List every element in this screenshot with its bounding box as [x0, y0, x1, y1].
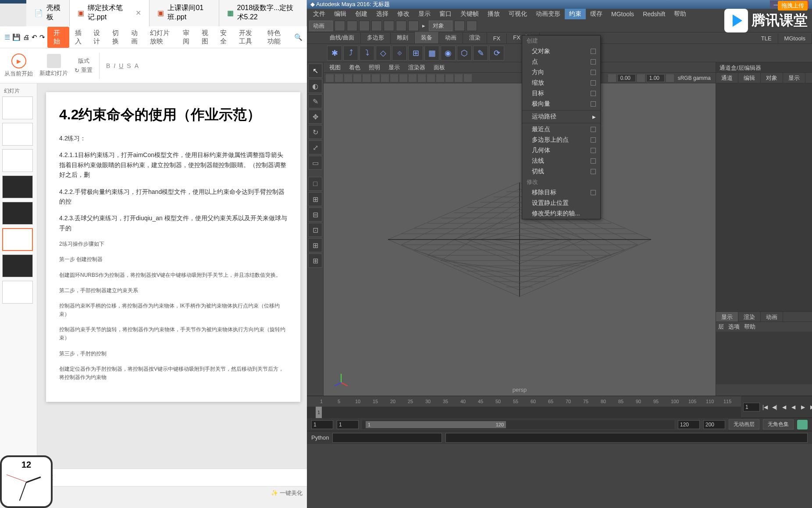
toolbar-icon[interactable] [384, 21, 394, 31]
lasso-tool[interactable]: ◐ [308, 79, 322, 93]
menu-deform[interactable]: 动画变形 [531, 9, 565, 19]
print-icon[interactable]: 🖨 [23, 33, 29, 41]
menu-parent-constraint[interactable]: 父对象 [522, 46, 600, 57]
animation-tab[interactable]: 动画 [128, 27, 144, 47]
slide-thumbnails[interactable]: 幻灯片 [0, 83, 37, 469]
scale-tool[interactable]: ⤢ [308, 140, 322, 154]
toolbar-icon[interactable] [396, 21, 406, 31]
prev-key-button[interactable]: ◀ [780, 403, 788, 411]
panel-icon[interactable] [344, 74, 352, 82]
panel-renderer[interactable]: 渲染器 [405, 63, 429, 72]
beautify-icon[interactable]: ✨ [271, 490, 278, 496]
toolbar-icon[interactable] [371, 21, 382, 31]
menu-modify-axes[interactable]: 修改受约束的轴... [522, 208, 600, 219]
next-key-button[interactable]: ▶ [808, 403, 812, 411]
menu-remove-target[interactable]: 移除目标 [522, 187, 600, 198]
channel-tab[interactable]: 编辑 [738, 73, 761, 83]
move-tool[interactable]: ✥ [308, 110, 322, 124]
slide-thumb[interactable] [2, 123, 33, 146]
menu-aim-constraint[interactable]: 目标 [522, 88, 600, 99]
shelf-tab-mgtools[interactable]: MGtools [778, 33, 812, 43]
cmd-input[interactable] [332, 433, 442, 443]
slide-thumb[interactable] [2, 97, 33, 119]
menu-create[interactable]: 创建 [351, 9, 372, 19]
shelf-icon[interactable]: ⟳ [489, 46, 504, 61]
shelf-lattice-icon[interactable]: ▦ [424, 46, 439, 61]
menu-set-rest[interactable]: 设置静止位置 [522, 198, 600, 208]
panel-icon[interactable] [390, 74, 398, 82]
current-time-marker[interactable]: 1 [316, 407, 322, 418]
layer-tab-anim[interactable]: 动画 [761, 312, 783, 322]
object-dropdown[interactable]: 对象 [429, 21, 452, 31]
panel-icon[interactable] [353, 74, 361, 82]
panel-icon[interactable] [372, 74, 380, 82]
rotate-tool[interactable]: ↻ [308, 125, 322, 139]
security-tab[interactable]: 安全 [217, 27, 233, 47]
menu-keyframe[interactable]: 关键帧 [456, 9, 483, 19]
menu-modify[interactable]: 修改 [393, 9, 414, 19]
panel-icon[interactable] [335, 74, 343, 82]
play-forward-button[interactable]: ▶ [799, 403, 807, 411]
shelf-icon[interactable]: ◇ [376, 46, 391, 61]
range-end1-field[interactable]: 120 [678, 420, 700, 429]
slide-thumb[interactable] [2, 149, 33, 172]
ribbon-play-group[interactable]: ▶ 从当前开始 [4, 54, 33, 78]
panel-icon[interactable] [464, 74, 472, 82]
toolbar-icon[interactable] [347, 21, 357, 31]
search-icon[interactable]: 🔍 [294, 33, 303, 41]
gamma-field[interactable]: 1.00 [646, 74, 665, 82]
slide-thumb[interactable] [2, 254, 33, 277]
menu-window[interactable]: 窗口 [435, 9, 456, 19]
shelf-icon[interactable]: ⬡ [457, 46, 472, 61]
range-start2-field[interactable]: 1 [337, 420, 359, 429]
ppt-tab-template[interactable]: 📄 壳模板 [26, 0, 70, 26]
menu-playback[interactable]: 播放 [483, 9, 504, 19]
anim-layer-dropdown[interactable]: 无动画层 [729, 419, 759, 429]
layout-btn[interactable]: ⊞ [308, 238, 322, 252]
layer-menu-help[interactable]: 帮助 [744, 323, 755, 331]
layer-menu-options[interactable]: 选项 [728, 323, 740, 331]
insert-tab[interactable]: 插入 [71, 27, 88, 47]
menu-point-on-poly[interactable]: 多边形上的点 [522, 135, 600, 145]
panel-icon[interactable] [427, 74, 435, 82]
range-end2-field[interactable]: 200 [703, 420, 725, 429]
slide-thumb[interactable] [2, 202, 33, 225]
panel-shading[interactable]: 着色 [345, 63, 364, 72]
last-tool[interactable]: ▭ [308, 156, 322, 170]
menu-constrain[interactable]: 约束 [565, 9, 586, 19]
menu-mgtools[interactable]: MGtools [607, 9, 638, 19]
menu-edit[interactable]: 编辑 [330, 9, 351, 19]
slide-thumb[interactable] [2, 281, 33, 304]
menu-display[interactable]: 显示 [414, 9, 435, 19]
shelf-tab-curves[interactable]: 曲线/曲面 [324, 32, 361, 43]
maya-titlebar[interactable]: ◆ Autodesk Maya 2016: 无标题 — ☐ ✕ [307, 0, 812, 9]
panel-icon[interactable] [455, 74, 463, 82]
menu-cache[interactable]: 缓存 [586, 9, 607, 19]
range-track[interactable]: 1 120 [362, 420, 674, 429]
time-track[interactable]: 1 [307, 407, 741, 418]
channel-content[interactable] [716, 83, 812, 311]
toolbar-icon[interactable] [454, 21, 465, 31]
ppt-tab-notes[interactable]: ▣ 绑定技术笔记.ppt ✕ [70, 0, 150, 26]
rewind-button[interactable]: |◀ [761, 403, 769, 411]
panel-icon[interactable] [326, 74, 334, 82]
colorspace-icon[interactable] [666, 74, 674, 82]
strikethrough-button[interactable]: S [127, 62, 131, 69]
menu-motion-path[interactable]: 运动路径▶ [522, 111, 600, 122]
menu-geometry-constraint[interactable]: 几何体 [522, 145, 600, 156]
underline-button[interactable]: U [119, 62, 123, 69]
ppt-tab-class[interactable]: ▣ 上课课间01班.ppt [150, 0, 219, 26]
menu-visualize[interactable]: 可视化 [504, 9, 531, 19]
layer-tab-render[interactable]: 渲染 [738, 312, 761, 322]
layout-four[interactable]: ⊞ [308, 192, 322, 206]
menu-polevector-constraint[interactable]: 极向量 [522, 99, 600, 109]
range-bar[interactable]: 1 120 [366, 421, 506, 428]
ribbon-newslide-group[interactable]: 新建幻灯片 [39, 54, 68, 77]
transition-tab[interactable]: 切换 [109, 27, 125, 47]
menu-normal-constraint[interactable]: 法线 [522, 156, 600, 166]
menu-file[interactable]: 文件 [309, 9, 330, 19]
exposure-icon[interactable] [608, 74, 616, 82]
select-tool[interactable]: ↖ [308, 64, 322, 78]
paint-select-tool[interactable]: ✎ [308, 94, 322, 108]
step-back-button[interactable]: ◀| [770, 403, 779, 411]
